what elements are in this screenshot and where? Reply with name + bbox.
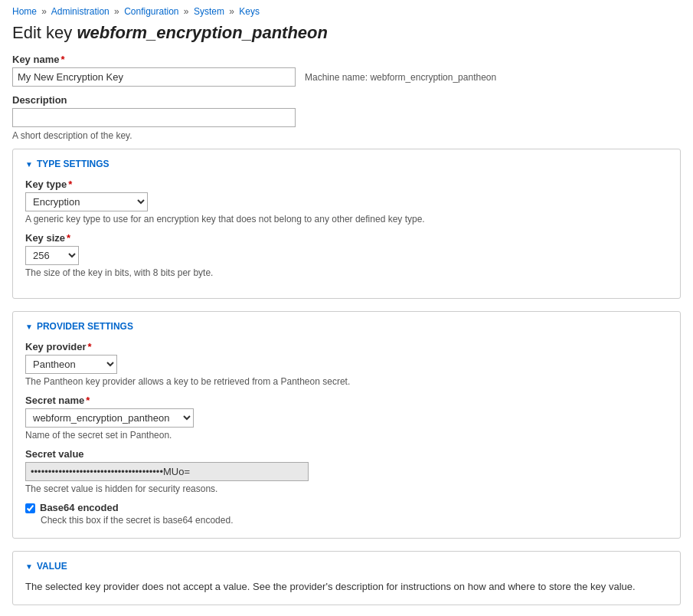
- key-name-input[interactable]: [12, 67, 296, 87]
- key-name-group: Key name* Machine name: webform_encrypti…: [12, 54, 681, 87]
- breadcrumb-administration[interactable]: Administration: [51, 6, 110, 17]
- breadcrumb: Home » Administration » Configuration » …: [12, 6, 681, 17]
- type-settings-triangle: ▼: [25, 160, 33, 169]
- description-input[interactable]: [12, 108, 296, 127]
- type-settings-title: ▼ TYPE SETTINGS: [25, 159, 668, 169]
- breadcrumb-system[interactable]: System: [194, 6, 224, 17]
- breadcrumb-configuration[interactable]: Configuration: [124, 6, 178, 17]
- machine-name-display: Machine name: webform_encryption_pantheo…: [305, 72, 496, 83]
- provider-settings-triangle: ▼: [25, 323, 33, 331]
- value-section-text: The selected key provider does not accep…: [25, 581, 668, 592]
- key-type-select[interactable]: Encryption Authentication Other: [25, 192, 148, 211]
- base64-group: Base64 encoded Check this box if the sec…: [25, 502, 668, 526]
- key-type-group: Key type* Encryption Authentication Othe…: [25, 179, 668, 224]
- provider-settings-title: ▼ PROVIDER SETTINGS: [25, 321, 668, 332]
- key-type-hint: A generic key type to use for an encrypt…: [25, 214, 668, 224]
- key-provider-group: Key provider* Pantheon File Environment …: [25, 341, 668, 387]
- provider-settings-section: ▼ PROVIDER SETTINGS Key provider* Panthe…: [12, 311, 681, 539]
- key-provider-select[interactable]: Pantheon File Environment: [25, 355, 117, 374]
- description-label: Description: [12, 94, 681, 106]
- page-title: Edit key webform_encryption_pantheon: [12, 23, 681, 43]
- secret-value-group: Secret value The secret value is hidden …: [25, 448, 668, 494]
- secret-name-hint: Name of the secret set in Pantheon.: [25, 430, 668, 441]
- base64-hint: Check this box if the secret is base64 e…: [41, 515, 668, 526]
- description-hint: A short description of the key.: [12, 130, 681, 141]
- value-triangle: ▼: [25, 562, 33, 571]
- description-group: Description A short description of the k…: [12, 94, 681, 141]
- secret-value-hint: The secret value is hidden for security …: [25, 483, 668, 494]
- secret-name-select[interactable]: webform_encryption_pantheon: [25, 408, 194, 428]
- key-provider-hint: The Pantheon key provider allows a key t…: [25, 376, 668, 387]
- key-provider-label: Key provider*: [25, 341, 668, 352]
- secret-name-group: Secret name* webform_encryption_pantheon…: [25, 395, 668, 441]
- value-section-title: ▼ VALUE: [25, 561, 668, 572]
- key-type-label: Key type*: [25, 179, 668, 190]
- secret-value-label: Secret value: [25, 448, 668, 460]
- secret-name-label: Secret name*: [25, 395, 668, 406]
- type-settings-section: ▼ TYPE SETTINGS Key type* Encryption Aut…: [12, 149, 681, 299]
- base64-checkbox[interactable]: [25, 503, 35, 513]
- value-section: ▼ VALUE The selected key provider does n…: [12, 551, 681, 605]
- key-name-label: Key name*: [12, 54, 681, 65]
- key-size-group: Key size* 128 192 256 512 The size of th…: [25, 232, 668, 278]
- key-size-select[interactable]: 128 192 256 512: [25, 246, 79, 265]
- secret-value-input: [25, 462, 309, 481]
- breadcrumb-home[interactable]: Home: [12, 6, 37, 17]
- key-size-label: Key size*: [25, 232, 668, 244]
- key-size-hint: The size of the key in bits, with 8 bits…: [25, 267, 668, 278]
- breadcrumb-keys[interactable]: Keys: [239, 6, 260, 17]
- base64-label: Base64 encoded: [40, 502, 119, 513]
- page-title-key: webform_encryption_pantheon: [77, 23, 328, 42]
